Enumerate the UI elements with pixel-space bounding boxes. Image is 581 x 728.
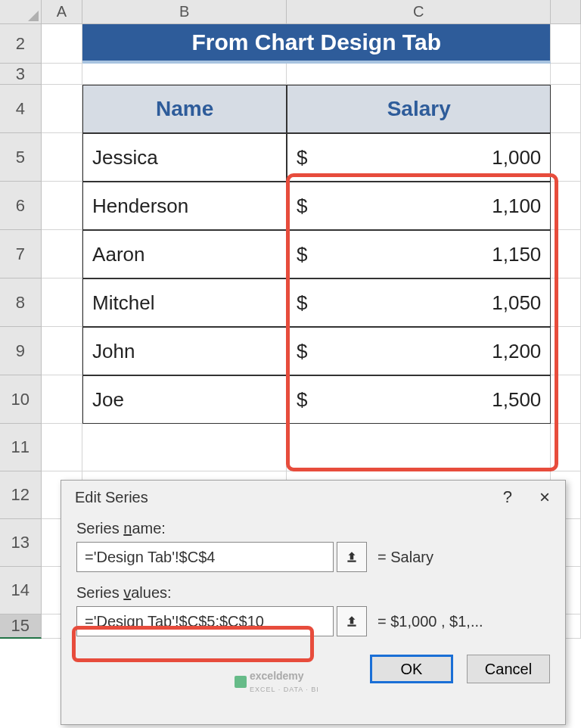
cell-salary[interactable]: $1,050: [287, 278, 551, 327]
help-icon[interactable]: ?: [503, 487, 512, 507]
currency-symbol: $: [297, 388, 307, 412]
cell-name[interactable]: Joe: [82, 375, 287, 424]
cell-C3[interactable]: [287, 64, 551, 85]
row-header-15[interactable]: 15: [0, 614, 42, 639]
row-header-3[interactable]: 3: [0, 64, 42, 85]
select-all-corner[interactable]: [0, 0, 42, 24]
table-row: 9 John $1,200: [0, 327, 581, 375]
cell-B3[interactable]: [82, 64, 287, 85]
cell-salary[interactable]: $1,000: [287, 133, 551, 182]
cell-A3[interactable]: [42, 64, 83, 85]
title-cell[interactable]: From Chart Design Tab: [82, 24, 551, 64]
series-values-input[interactable]: [76, 606, 334, 636]
col-header-extra: [551, 0, 581, 24]
table-row: 10 Joe $1,500: [0, 375, 581, 424]
table-header-salary[interactable]: Salary: [287, 85, 551, 133]
dialog-title: Edit Series: [75, 489, 148, 506]
table-row: 6 Henderson $1,100: [0, 182, 581, 230]
edit-series-dialog: Edit Series ? × Series name: = Salary Se…: [61, 480, 566, 725]
col-header-A[interactable]: A: [42, 0, 83, 24]
table-header-name[interactable]: Name: [82, 85, 287, 133]
row-header-12[interactable]: 12: [0, 471, 42, 519]
row-header-11[interactable]: 11: [0, 424, 42, 471]
cell-name[interactable]: Jessica: [82, 133, 287, 182]
currency-symbol: $: [297, 291, 307, 315]
row-header-9[interactable]: 9: [0, 327, 42, 375]
cell-name[interactable]: Mitchel: [82, 278, 287, 327]
cell-salary[interactable]: $1,150: [287, 230, 551, 278]
row-header-8[interactable]: 8: [0, 278, 42, 327]
row-header-5[interactable]: 5: [0, 133, 42, 182]
series-name-input[interactable]: [76, 542, 334, 572]
cell-A10[interactable]: [42, 375, 83, 424]
series-values-label: Series values:: [76, 584, 550, 602]
table-row: 7 Aaron $1,150: [0, 230, 581, 278]
row-header-13[interactable]: 13: [0, 519, 42, 567]
col-header-B[interactable]: B: [82, 0, 287, 24]
svg-rect-1: [347, 625, 356, 627]
collapse-range-icon[interactable]: [337, 606, 367, 636]
cell-extra-4: [551, 85, 581, 133]
row-header-6[interactable]: 6: [0, 182, 42, 230]
currency-symbol: $: [297, 340, 307, 363]
salary-value: 1,050: [492, 291, 541, 315]
column-header-row: A B C: [0, 0, 581, 24]
cell-A9[interactable]: [42, 327, 83, 375]
series-values-preview: = $1,000 , $1,...: [377, 613, 483, 630]
cancel-button[interactable]: Cancel: [467, 655, 550, 683]
salary-value: 1,000: [492, 146, 541, 170]
ok-button[interactable]: OK: [370, 655, 453, 683]
dialog-titlebar: Edit Series ? ×: [61, 481, 565, 514]
salary-value: 1,200: [492, 340, 541, 363]
cell-A4[interactable]: [42, 85, 83, 133]
cell-extra-3: [551, 64, 581, 85]
cell-A5[interactable]: [42, 133, 83, 182]
row-header-4[interactable]: 4: [0, 85, 42, 133]
row-header-2[interactable]: 2: [0, 24, 42, 64]
currency-symbol: $: [297, 194, 307, 218]
series-name-preview: = Salary: [377, 549, 433, 566]
svg-rect-0: [347, 561, 356, 562]
table-row: 8 Mitchel $1,050: [0, 278, 581, 327]
salary-value: 1,500: [492, 388, 541, 412]
row-header-7[interactable]: 7: [0, 230, 42, 278]
cell-salary[interactable]: $1,100: [287, 182, 551, 230]
table-row: 5 Jessica $1,000: [0, 133, 581, 182]
cell-salary[interactable]: $1,500: [287, 375, 551, 424]
close-icon[interactable]: ×: [535, 487, 555, 508]
row-header-14[interactable]: 14: [0, 567, 42, 614]
cell-extra-2: [551, 24, 581, 64]
cell-A2[interactable]: [42, 24, 83, 64]
cell-name[interactable]: John: [82, 327, 287, 375]
currency-symbol: $: [297, 243, 307, 266]
cell-A8[interactable]: [42, 278, 83, 327]
cell-salary[interactable]: $1,200: [287, 327, 551, 375]
cell-name[interactable]: Henderson: [82, 182, 287, 230]
collapse-range-icon[interactable]: [337, 542, 367, 572]
salary-value: 1,150: [492, 243, 541, 266]
col-header-C[interactable]: C: [287, 0, 551, 24]
series-name-label: Series name:: [76, 520, 550, 537]
cell-A7[interactable]: [42, 230, 83, 278]
salary-value: 1,100: [492, 194, 541, 218]
cell-A6[interactable]: [42, 182, 83, 230]
cell-name[interactable]: Aaron: [82, 230, 287, 278]
row-header-10[interactable]: 10: [0, 375, 42, 424]
currency-symbol: $: [297, 146, 307, 170]
